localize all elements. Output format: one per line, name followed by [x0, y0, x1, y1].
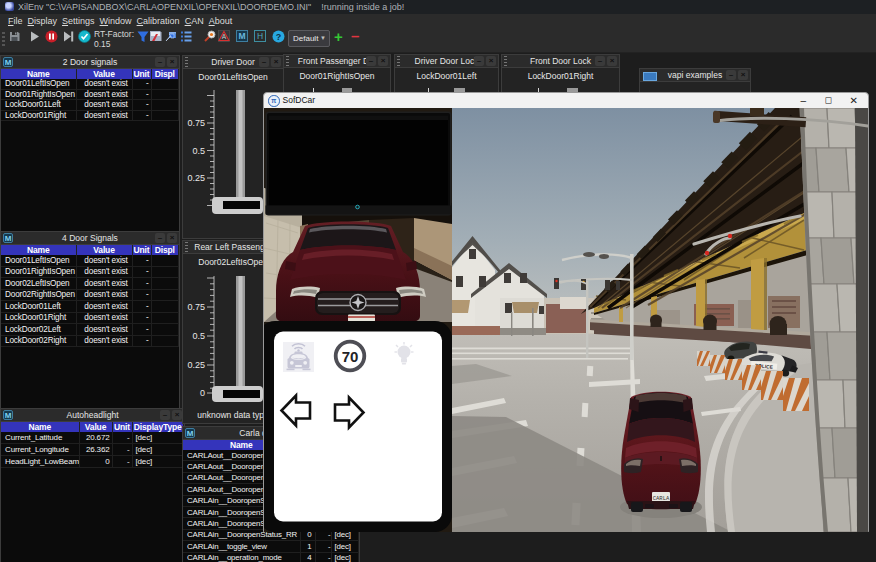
- svg-text:0.25: 0.25: [187, 173, 205, 183]
- svg-text:H: H: [257, 31, 263, 41]
- svg-text:unknown data type: unknown data type: [197, 225, 269, 226]
- svg-text:CARLA: CARLA: [653, 495, 670, 502]
- svg-text:0.25: 0.25: [187, 360, 205, 370]
- svg-text:0.5: 0.5: [192, 146, 205, 156]
- svg-text:A: A: [222, 33, 227, 40]
- svg-text:70: 70: [342, 348, 359, 365]
- svg-text:0.5: 0.5: [192, 331, 205, 341]
- svg-text:0: 0: [200, 388, 205, 398]
- svg-text:unknown data type: unknown data type: [197, 410, 269, 420]
- svg-text:0.75: 0.75: [187, 302, 205, 312]
- svg-text:0.75: 0.75: [187, 118, 205, 128]
- svg-text:?: ?: [276, 32, 282, 42]
- svg-text:M: M: [238, 31, 245, 41]
